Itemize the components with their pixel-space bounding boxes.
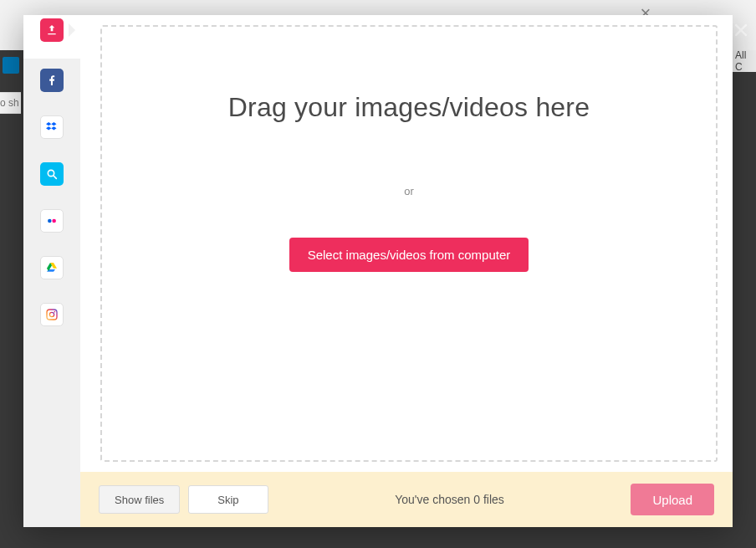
sidebar-item-upload-wrap	[23, 15, 80, 59]
select-files-button[interactable]: Select images/videos from computer	[289, 238, 529, 272]
gdrive-icon	[45, 261, 59, 274]
linkedin-icon	[3, 57, 19, 74]
upload-main: Drag your images/videos here or Select i…	[80, 15, 733, 527]
search-icon	[45, 167, 59, 181]
dropbox-icon	[45, 120, 59, 134]
upload-footer: Show files Skip You've chosen 0 files Up…	[80, 472, 733, 527]
facebook-icon	[45, 74, 59, 87]
upload-button[interactable]: Upload	[631, 484, 714, 515]
svg-rect-6	[47, 310, 57, 320]
sidebar-item-flickr[interactable]	[40, 209, 64, 233]
sidebar-item-instagram[interactable]	[40, 303, 64, 326]
sidebar-item-upload[interactable]	[40, 18, 64, 42]
dropzone-title: Drag your images/videos here	[228, 92, 590, 123]
skip-button[interactable]: Skip	[188, 485, 268, 514]
background-all-button: All C	[731, 50, 756, 72]
svg-line-3	[54, 176, 56, 178]
flickr-icon	[45, 214, 59, 228]
source-sidebar	[23, 15, 80, 527]
dropzone-or-text: or	[404, 185, 414, 197]
files-chosen-status: You've chosen 0 files	[277, 493, 623, 506]
close-icon[interactable]	[729, 18, 753, 42]
sidebar-item-gdrive[interactable]	[40, 256, 64, 279]
dropzone[interactable]: Drag your images/videos here or Select i…	[100, 25, 718, 462]
show-files-button[interactable]: Show files	[99, 485, 180, 514]
sidebar-item-search[interactable]	[40, 162, 64, 186]
background-hint-text: o sh	[0, 92, 21, 114]
dropzone-container: Drag your images/videos here or Select i…	[80, 15, 733, 472]
instagram-icon	[45, 308, 59, 321]
svg-point-8	[54, 311, 56, 313]
sidebar-item-dropbox[interactable]	[40, 115, 64, 139]
upload-icon	[45, 23, 59, 37]
svg-point-4	[48, 219, 52, 223]
svg-point-5	[52, 219, 56, 223]
sidebar-item-facebook[interactable]	[40, 69, 64, 92]
upload-modal: Drag your images/videos here or Select i…	[23, 15, 733, 527]
svg-point-7	[49, 312, 54, 316]
